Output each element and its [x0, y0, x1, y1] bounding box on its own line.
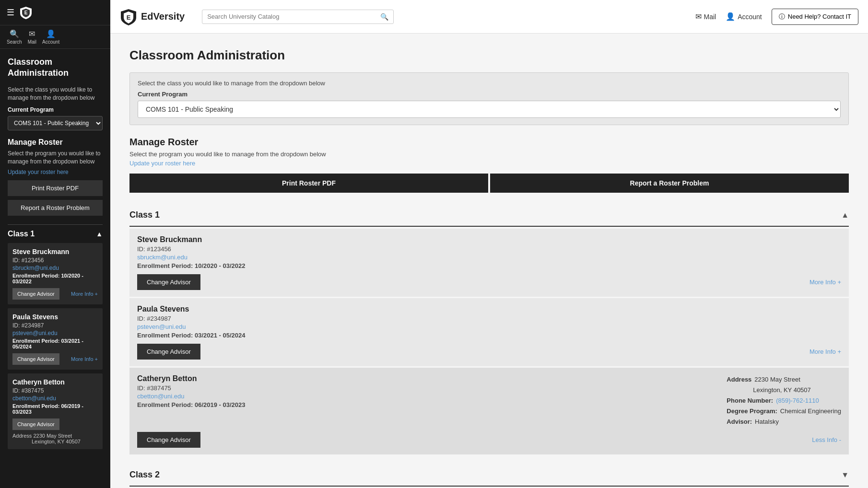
sidebar-student2-more-info-link[interactable]: More Info +	[71, 356, 98, 362]
student3-name: Catheryn Betton	[137, 374, 717, 383]
student3-less-info-link[interactable]: Less Info -	[812, 436, 841, 443]
sidebar-manage-roster-title: Manage Roster	[8, 138, 103, 147]
mail-icon: ✉	[695, 12, 702, 21]
student3-card-right: Address 2230 May Street Lexington, KY 40…	[717, 374, 841, 427]
sidebar-nav-icons: 🔍 Search ✉ Mail 👤 Account	[0, 25, 110, 49]
student1-name: Steve Bruckmann	[137, 235, 841, 244]
svg-text:E: E	[24, 10, 28, 15]
student-card-1: Steve Bruckmann ID: #123456 sbruckm@uni.…	[129, 229, 849, 297]
student3-id: ID: #387475	[137, 384, 717, 392]
sidebar-student3-address: Address 2230 May Street Lexington, KY 40…	[12, 433, 98, 444]
sidebar-student1-change-advisor-btn[interactable]: Change Advisor	[12, 288, 59, 300]
student3-phone: (859)-762-1110	[776, 395, 819, 406]
select-box-desc: Select the class you would like to manag…	[138, 80, 841, 87]
sidebar-student1-enrollment: Enrollment Period: 10/2020 - 03/2022	[12, 273, 98, 284]
update-roster-link[interactable]: Update your roster here	[129, 160, 849, 167]
top-nav-account-label: Account	[738, 13, 762, 21]
sidebar-class1-title: Class 1	[8, 230, 35, 238]
sidebar-student1-more-info-link[interactable]: More Info +	[71, 291, 98, 297]
sidebar-student2-change-advisor-btn[interactable]: Change Advisor	[12, 353, 59, 365]
help-circle-icon: ⓘ	[779, 12, 785, 21]
student2-more-info-link[interactable]: More Info +	[809, 348, 841, 355]
manage-roster-title: Manage Roster	[129, 137, 849, 148]
student1-email[interactable]: sbruckm@uni.edu	[137, 254, 841, 261]
student3-phone-row: Phone Number: (859)-762-1110	[727, 395, 841, 406]
sidebar-content: Classroom Administration Select the clas…	[0, 49, 110, 488]
sidebar-update-roster-link[interactable]: Update your roster here	[8, 169, 103, 175]
sidebar-print-roster-btn[interactable]: Print Roster PDF	[8, 180, 103, 196]
student3-address-label: Address	[727, 374, 751, 385]
sidebar-report-problem-btn[interactable]: Report a Roster Problem	[8, 200, 103, 216]
sidebar-student1-name: Steve Bruckmann	[12, 248, 98, 256]
help-button-label: Need Help? Contact IT	[788, 13, 851, 20]
search-input[interactable]	[207, 13, 380, 20]
student3-card-main: Catheryn Betton ID: #387475 cbetton@uni.…	[137, 374, 841, 427]
main-program-select[interactable]: COMS 101 - Public Speaking	[138, 101, 841, 118]
sidebar-student1-id: ID: #123456	[12, 257, 98, 264]
sidebar-student3-change-advisor-btn[interactable]: Change Advisor	[12, 418, 59, 430]
sidebar-current-program-label: Current Program	[8, 106, 103, 113]
sidebar-student1-actions: Change Advisor More Info +	[12, 288, 98, 300]
sidebar-program-select[interactable]: COMS 101 - Public Speaking	[8, 116, 103, 130]
sidebar-student3-id: ID: #387475	[12, 387, 98, 394]
program-select-box: Select the class you would like to manag…	[129, 72, 849, 125]
class2-section: Class 2 ▼	[129, 464, 849, 487]
student1-enrollment: Enrollment Period: 10/2020 - 03/2022	[137, 262, 841, 269]
sidebar-student3-enrollment: Enrollment Period: 06/2019 - 03/2023	[12, 403, 98, 415]
sidebar-student3-actions: Change Advisor	[12, 418, 98, 430]
top-nav-logo[interactable]: E EdVersity	[120, 8, 185, 25]
sidebar-title: Classroom Administration	[8, 57, 103, 79]
search-icon: 🔍	[10, 29, 19, 38]
sidebar-student1-email[interactable]: sbruckm@uni.edu	[12, 265, 98, 271]
student1-actions: Change Advisor More Info +	[137, 274, 841, 290]
sidebar: ☰ E 🔍 Search ✉ Mail 👤 Account Classroom …	[0, 0, 110, 488]
sidebar-manage-roster-desc: Select the program you would like to man…	[8, 150, 103, 166]
class2-title: Class 2	[129, 470, 160, 480]
mail-icon: ✉	[29, 29, 35, 38]
student3-phone-label: Phone Number:	[727, 395, 773, 406]
sidebar-top-bar: ☰ E	[0, 0, 110, 25]
print-roster-btn[interactable]: Print Roster PDF	[129, 174, 488, 193]
student1-id: ID: #123456	[137, 245, 841, 253]
student3-email[interactable]: cbetton@uni.edu	[137, 393, 717, 400]
student3-change-advisor-btn[interactable]: Change Advisor	[137, 432, 200, 448]
top-nav-mail[interactable]: ✉ Mail	[695, 12, 716, 21]
account-icon: 👤	[46, 29, 56, 38]
student2-id: ID: #234987	[137, 315, 841, 322]
class1-section: Class 1 ▲ Steve Bruckmann ID: #123456 sb…	[129, 204, 849, 454]
student1-change-advisor-btn[interactable]: Change Advisor	[137, 274, 200, 290]
svg-text:E: E	[127, 14, 131, 21]
sidebar-student2-name: Paula Stevens	[12, 313, 98, 321]
top-nav-account[interactable]: 👤 Account	[726, 12, 762, 21]
class1-title: Class 1	[129, 210, 160, 220]
sidebar-description: Select the class you would like to manag…	[8, 86, 103, 102]
search-icon: 🔍	[380, 13, 388, 21]
sidebar-nav-account[interactable]: 👤 Account	[42, 29, 59, 45]
student3-degree: Chemical Engineering	[780, 406, 841, 417]
student3-card-left: Catheryn Betton ID: #387475 cbetton@uni.…	[137, 374, 717, 413]
student2-change-advisor-btn[interactable]: Change Advisor	[137, 344, 200, 360]
help-contact-it-button[interactable]: ⓘ Need Help? Contact IT	[772, 9, 858, 25]
account-icon: 👤	[726, 12, 735, 21]
sidebar-student2-id: ID: #234987	[12, 322, 98, 329]
sidebar-student-card-3: Catheryn Betton ID: #387475 cbetton@uni.…	[8, 373, 103, 449]
sidebar-student3-email[interactable]: cbetton@uni.edu	[12, 395, 98, 402]
class2-header: Class 2 ▼	[129, 464, 849, 487]
student3-address-line2: Lexington, KY 40507	[727, 385, 841, 395]
sidebar-nav-mail[interactable]: ✉ Mail	[28, 29, 36, 45]
student3-address-line1: 2230 May Street	[754, 374, 800, 385]
hamburger-icon[interactable]: ☰	[7, 7, 14, 18]
class1-toggle-icon[interactable]: ▲	[841, 211, 849, 220]
student2-email[interactable]: psteven@uni.edu	[137, 323, 841, 330]
student2-enrollment: Enrollment Period: 03/2021 - 05/2024	[137, 332, 841, 339]
student-card-3: Catheryn Betton ID: #387475 cbetton@uni.…	[129, 368, 849, 454]
current-program-label: Current Program	[138, 91, 841, 98]
sidebar-student2-email[interactable]: psteven@uni.edu	[12, 330, 98, 337]
report-roster-problem-btn[interactable]: Report a Roster Problem	[490, 174, 849, 193]
sidebar-class1-toggle-icon[interactable]: ▲	[96, 230, 103, 238]
class2-toggle-icon[interactable]: ▼	[841, 471, 849, 479]
student1-more-info-link[interactable]: More Info +	[809, 279, 841, 286]
sidebar-nav-mail-label: Mail	[28, 39, 36, 45]
sidebar-nav-search[interactable]: 🔍 Search	[7, 29, 22, 45]
top-nav-actions: ✉ Mail 👤 Account ⓘ Need Help? Contact IT	[695, 9, 859, 25]
